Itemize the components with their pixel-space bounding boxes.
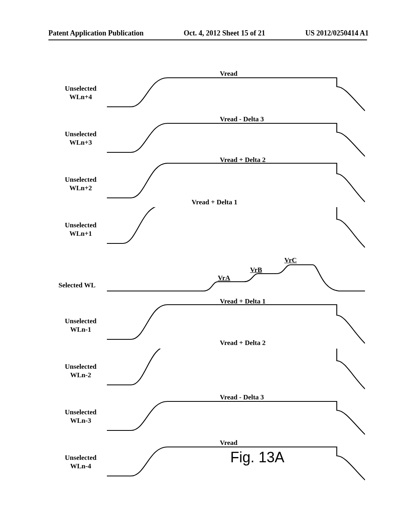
row-label: UnselectedWLn-3 <box>58 408 103 425</box>
header-right: US 2012/0250414 A1 <box>305 29 369 37</box>
header-rule <box>48 39 367 40</box>
row-label: UnselectedWLn-4 <box>58 453 103 471</box>
waveform-wln-plus1: UnselectedWLn+1 Vread + Delta 1 <box>58 207 365 253</box>
waveform-curve-stepped <box>107 253 365 303</box>
voltage-label: Vread + Delta 2 <box>220 339 265 347</box>
waveform-wln-minus2: UnselectedWLn-2 Vread + Delta 2 <box>58 349 365 394</box>
page-header: Patent Application Publication Oct. 4, 2… <box>0 29 413 37</box>
row-label: UnselectedWLn+3 <box>58 130 103 147</box>
waveform-wln-minus1: UnselectedWLn-1 Vread + Delta 1 <box>58 303 365 349</box>
row-label: Selected WL <box>58 281 111 289</box>
row-label: UnselectedWLn+4 <box>58 84 103 102</box>
row-label: UnselectedWLn-1 <box>58 317 103 334</box>
row-label: UnselectedWLn+1 <box>58 221 103 238</box>
waveform-curve <box>107 349 365 394</box>
header-center: Oct. 4, 2012 Sheet 15 of 21 <box>184 29 265 37</box>
waveform-curve <box>107 71 365 116</box>
row-label: UnselectedWLn+2 <box>58 175 103 193</box>
waveform-wln-minus3: UnselectedWLn-3 Vread - Delta 3 <box>58 394 365 440</box>
waveform-curve <box>107 207 365 253</box>
header-left: Patent Application Publication <box>48 29 144 37</box>
waveform-curve <box>107 394 365 440</box>
voltage-label: Vread + Delta 1 <box>192 198 237 206</box>
figure-container: UnselectedWLn+4 Vread UnselectedWLn+3 Vr… <box>58 71 365 485</box>
waveform-selected-wl: Selected WL VrA VrB VrC <box>58 253 365 303</box>
row-label: UnselectedWLn-2 <box>58 362 103 380</box>
waveform-curve <box>107 116 365 162</box>
waveform-wln-plus4: UnselectedWLn+4 Vread <box>58 71 365 116</box>
figure-caption: Fig. 13A <box>230 449 311 466</box>
waveform-wln-minus4: UnselectedWLn-4 Vread <box>58 440 365 485</box>
waveform-wln-plus3: UnselectedWLn+3 Vread - Delta 3 <box>58 116 365 162</box>
